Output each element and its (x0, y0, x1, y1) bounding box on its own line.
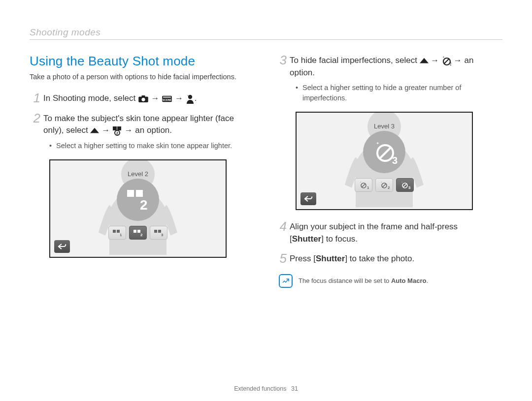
note-icon (279, 274, 293, 288)
left-column: Using the Beauty Shot mode Take a photo … (30, 54, 246, 289)
step-number: 4 (276, 220, 287, 233)
step-body: To hide facial imperfections, select → 3… (290, 54, 493, 79)
svg-rect-1 (141, 95, 145, 97)
page-number: 31 (291, 385, 298, 392)
svg-rect-7 (113, 126, 117, 130)
section-heading: Using the Beauty Shot mode (30, 54, 246, 69)
step: 2To make the subject's skin tone appear … (30, 112, 246, 137)
divider (30, 39, 502, 40)
page-footer: Extended functions 31 (0, 385, 532, 392)
svg-rect-18 (133, 230, 136, 233)
manual-page: Shooting modes Using the Beauty Shot mod… (0, 0, 532, 401)
svg-text:SCENE: SCENE (163, 98, 172, 101)
svg-point-2 (141, 97, 145, 101)
info-note: The focus distance will be set to Auto M… (276, 273, 493, 289)
beauty-person-icon (186, 94, 195, 104)
face-tone-level-2-chip[interactable]: 2 (129, 226, 147, 240)
step-body: In Shooting mode, select → SCENE → . (43, 92, 246, 105)
steps-right-bottom: 4Align your subject in the frame and hal… (276, 220, 493, 265)
camera-icon (138, 95, 149, 103)
svg-text:1: 1 (367, 185, 369, 189)
menu-up-icon (420, 58, 429, 64)
step-number: 1 (30, 92, 40, 104)
step: 5Press [Shutter] to take the photo. (276, 252, 493, 265)
camera-screen-face-retouch: Level 33123 (296, 112, 473, 210)
svg-text:2: 2 (140, 197, 148, 213)
footer-section: Extended functions (234, 385, 286, 392)
level-big-icon: 2 (117, 179, 159, 221)
breadcrumb: Shooting modes (30, 27, 502, 38)
svg-rect-8 (117, 126, 121, 130)
right-column: 3To hide facial imperfections, select → … (276, 54, 493, 289)
step-number: 5 (276, 252, 287, 265)
level-chip-strip: 123 (99, 226, 177, 240)
bullet-item: Select a higher setting to hide a greate… (296, 83, 493, 103)
svg-text:3: 3 (392, 155, 398, 166)
face-tone-icon: 2 (112, 126, 122, 136)
svg-text:2: 2 (388, 185, 390, 189)
content-columns: Using the Beauty Shot mode Take a photo … (30, 54, 502, 289)
face-retouch-level-2-chip[interactable]: 2 (375, 178, 393, 192)
step-number: 2 (30, 112, 40, 124)
section-lead: Take a photo of a person with options to… (30, 73, 246, 81)
screen-center: Level 33123 (345, 123, 424, 192)
level-label: Level 3 (345, 123, 424, 130)
level-chip-strip: 123 (345, 178, 424, 192)
step: 1In Shooting mode, select → SCENE → . (30, 92, 246, 105)
svg-point-6 (188, 94, 192, 98)
svg-rect-21 (154, 230, 157, 233)
level-big-icon: 3 (363, 131, 405, 173)
step-bullets: Select a higher setting to make skin ton… (49, 141, 246, 151)
svg-text:3: 3 (408, 185, 410, 189)
step-number: 3 (276, 54, 287, 66)
face-retouch-level-1-chip[interactable]: 1 (355, 178, 372, 192)
svg-text:3: 3 (161, 233, 164, 237)
camera-screen-face-tone: Level 22123 (49, 159, 227, 258)
step-body: Align your subject in the frame and half… (290, 220, 493, 245)
steps-left: 1In Shooting mode, select → SCENE → .2To… (30, 92, 246, 151)
note-text: The focus distance will be set to Auto M… (299, 277, 428, 284)
scene-icon: SCENE (162, 95, 172, 103)
level-label: Level 2 (99, 170, 177, 178)
step: 4Align your subject in the frame and hal… (276, 220, 493, 245)
bullet-item: Select a higher setting to make skin ton… (49, 141, 246, 151)
screen-center: Level 22123 (99, 170, 177, 240)
svg-text:1: 1 (120, 233, 122, 237)
svg-text:2: 2 (116, 131, 119, 135)
svg-rect-13 (136, 190, 143, 197)
face-retouch-icon: 3 (441, 56, 451, 66)
steps-right-top: 3To hide facial imperfections, select → … (276, 54, 493, 103)
svg-rect-4 (163, 96, 171, 97)
svg-rect-12 (127, 190, 134, 197)
menu-up-icon (90, 127, 99, 134)
svg-rect-15 (113, 230, 116, 233)
step-bullets: Select a higher setting to hide a greate… (296, 83, 493, 103)
svg-text:2: 2 (140, 233, 143, 237)
face-retouch-level-3-chip[interactable]: 3 (396, 178, 414, 192)
back-button[interactable] (54, 240, 70, 253)
svg-text:3: 3 (450, 62, 451, 66)
step-body: Press [Shutter] to take the photo. (290, 252, 493, 265)
step-body: To make the subject's skin tone appear l… (43, 112, 246, 137)
face-tone-level-1-chip[interactable]: 1 (108, 226, 126, 240)
step: 3To hide facial imperfections, select → … (276, 54, 493, 79)
face-tone-level-3-chip[interactable]: 3 (150, 226, 167, 240)
back-button[interactable] (300, 192, 316, 205)
